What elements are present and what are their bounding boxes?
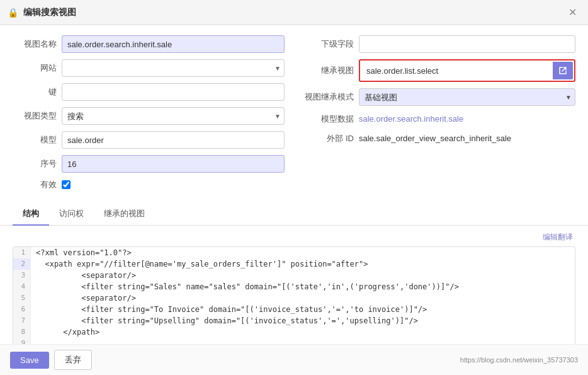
view-type-select-wrap: 搜索 ▼ [62,107,285,125]
sub-field-label: 下级字段 [303,38,354,50]
code-line-1: 1 <?xml version="1.0"?> [13,247,575,258]
code-toolbar: 编辑翻译 [13,231,575,244]
line-content-5: <separator/> [31,292,136,304]
form-right-col: 下级字段 继承视图 视图继承模式 [303,35,575,190]
line-num-2: 2 [13,258,31,270]
code-line-9: 9 [13,338,575,344]
code-line-5: 5 <separator/> [13,292,575,304]
valid-checkbox-wrap [62,180,71,189]
view-inherit-mode-select[interactable]: 基础视图 [359,88,575,106]
dialog-footer: Save 丢弃 https://blog.csdn.net/weixin_357… [0,344,588,375]
inherit-view-row: 继承视图 [303,59,575,82]
valid-row: 有效 [13,179,285,190]
dialog-icon: 🔒 [8,8,18,18]
code-line-3: 3 <separator/> [13,270,575,281]
model-row: 模型 [13,131,285,149]
external-link-button[interactable] [553,62,573,79]
close-button[interactable]: ✕ [565,5,580,20]
code-line-6: 6 <filter string="To Invoice" domain="[(… [13,304,575,315]
key-input[interactable] [62,83,285,101]
website-row: 网站 ▼ [13,59,285,77]
line-num-4: 4 [13,281,31,292]
sequence-row: 序号 [13,155,285,173]
line-num-8: 8 [13,326,31,338]
footer-url: https://blog.csdn.net/weixin_35737303 [460,356,578,364]
discard-button[interactable]: 丢弃 [54,350,92,370]
inherit-view-input[interactable] [361,62,553,79]
view-type-select[interactable]: 搜索 [62,107,285,125]
line-num-3: 3 [13,270,31,281]
model-data-value: sale.order.search.inherit.sale [359,112,463,125]
code-line-7: 7 <filter string="Upselling" domain="[('… [13,315,575,326]
code-section: 编辑翻译 1 <?xml version="1.0"?> 2 <xpath ex… [0,226,588,344]
view-inherit-mode-label: 视图继承模式 [303,91,354,103]
view-name-input[interactable] [62,35,285,53]
dialog-title: 编辑搜索视图 [23,7,560,18]
tab-structure[interactable]: 结构 [13,203,49,226]
view-inherit-mode-select-wrap: 基础视图 ▼ [359,88,575,106]
sub-field-row: 下级字段 [303,35,575,53]
view-name-row: 视图名称 [13,35,285,53]
edit-translate-button[interactable]: 编辑翻译 [540,231,575,244]
line-content-2: <xpath expr="//filter[@name='my_sale_ord… [31,258,368,270]
inherit-view-field-wrap [359,59,575,82]
website-select-wrap: ▼ [62,59,285,77]
code-line-4: 4 <filter string="Sales" name="sales" do… [13,281,575,292]
model-data-row: 模型数据 sale.order.search.inherit.sale [303,112,575,125]
external-id-row: 外部 ID sale.sale_order_view_search_inheri… [303,132,575,145]
valid-checkbox[interactable] [62,180,71,189]
key-label: 键 [13,86,57,98]
line-content-4: <filter string="Sales" name="sales" doma… [31,281,459,292]
external-id-label: 外部 ID [303,133,354,144]
line-num-1: 1 [13,247,31,258]
view-type-label: 视图类型 [13,110,57,122]
inherit-view-label: 继承视图 [303,65,354,76]
code-line-2: 2 <xpath expr="//filter[@name='my_sale_o… [13,258,575,270]
code-editor[interactable]: 1 <?xml version="1.0"?> 2 <xpath expr="/… [13,246,575,344]
tab-access[interactable]: 访问权 [49,203,94,226]
line-content-8: </xpath> [31,326,99,338]
tabs-bar: 结构 访问权 继承的视图 [0,203,588,226]
sequence-label: 序号 [13,158,57,170]
external-id-value: sale.sale_order_view_search_inherit_sale [359,132,511,145]
dialog-body: 视图名称 网站 ▼ 键 视图类型 [0,25,588,344]
view-type-row: 视图类型 搜索 ▼ [13,107,285,125]
line-content-3: <separator/> [31,270,136,281]
sub-field-input[interactable] [359,35,575,53]
website-label: 网站 [13,62,57,74]
valid-label: 有效 [13,179,57,190]
line-content-7: <filter string="Upselling" domain="[('in… [31,315,418,326]
key-row: 键 [13,83,285,101]
tab-inherited[interactable]: 继承的视图 [94,203,155,226]
sequence-input[interactable] [62,155,285,173]
line-content-6: <filter string="To Invoice" domain="[('i… [31,304,427,315]
model-data-label: 模型数据 [303,113,354,125]
line-content-1: <?xml version="1.0"?> [31,247,132,258]
dialog-header: 🔒 编辑搜索视图 ✕ [0,0,588,25]
line-num-5: 5 [13,292,31,304]
form-section: 视图名称 网站 ▼ 键 视图类型 [0,25,588,200]
line-num-9: 9 [13,338,31,344]
form-left-col: 视图名称 网站 ▼ 键 视图类型 [13,35,285,190]
model-input[interactable] [62,131,285,149]
model-label: 模型 [13,134,57,146]
view-inherit-mode-row: 视图继承模式 基础视图 ▼ [303,88,575,106]
view-name-label: 视图名称 [13,38,57,50]
code-line-8: 8 </xpath> [13,326,575,338]
line-num-7: 7 [13,315,31,326]
line-num-6: 6 [13,304,31,315]
edit-search-view-dialog: 🔒 编辑搜索视图 ✕ 视图名称 网站 ▼ [0,0,588,375]
line-content-9 [31,338,36,344]
website-select[interactable] [62,59,285,77]
save-button[interactable]: Save [10,352,49,369]
